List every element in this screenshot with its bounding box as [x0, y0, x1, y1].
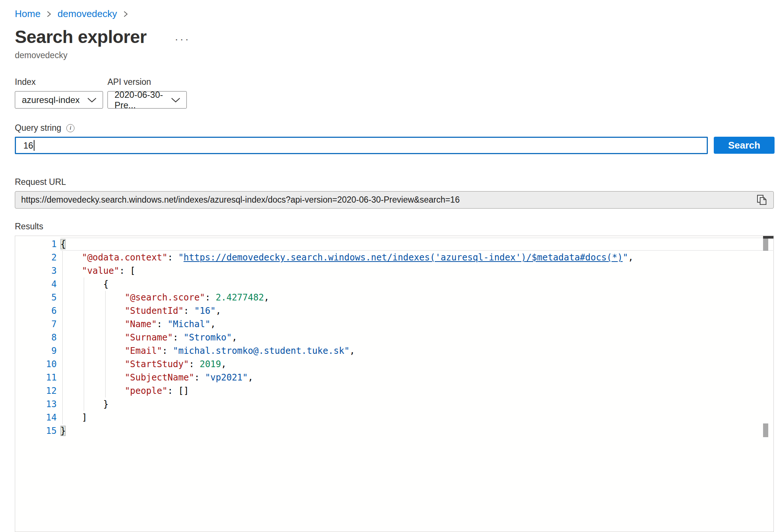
code-line: 12 "people": []	[15, 384, 773, 398]
results-json-editor[interactable]: 1{2 "@odata.context": "https://demovedec…	[15, 236, 774, 532]
code-line-content: "@odata.context": "https://demovedecky.s…	[60, 251, 633, 264]
json-token: }	[60, 426, 66, 436]
json-token: "vp2021"	[205, 372, 248, 383]
json-token: ,	[264, 292, 269, 303]
code-line-content: {	[60, 237, 66, 251]
json-token: }	[103, 399, 109, 409]
code-line: 11 "SubjectName": "vp2021",	[15, 371, 773, 384]
code-line-content: "@search.score": 2.4277482,	[60, 291, 269, 304]
json-token: :	[173, 332, 183, 343]
json-token: ,	[221, 359, 226, 369]
line-number: 8	[15, 331, 57, 344]
json-token: ,	[232, 332, 237, 343]
code-line: 1{	[15, 237, 773, 251]
json-token: ,	[628, 252, 633, 263]
api-version-label: API version	[107, 77, 151, 87]
api-version-dropdown-value: 2020-06-30-Pre...	[115, 90, 166, 110]
code-line-content: {	[60, 277, 109, 291]
line-number: 6	[15, 304, 57, 317]
code-line: 13 }	[15, 398, 773, 411]
breadcrumb-home-link[interactable]: Home	[15, 8, 40, 20]
json-token: :	[162, 346, 173, 356]
line-number: 2	[15, 251, 57, 264]
chevron-down-icon	[171, 95, 180, 105]
json-token: "Stromko"	[183, 332, 232, 343]
results-editor-lines: 1{2 "@odata.context": "https://demovedec…	[15, 237, 773, 438]
json-token: "value"	[82, 266, 119, 276]
json-token: "Name"	[125, 319, 157, 329]
code-line-content: "people": []	[60, 384, 189, 398]
json-token: :	[205, 292, 216, 303]
code-line: 6 "StudentId": "16",	[15, 304, 773, 317]
index-dropdown[interactable]: azuresql-index	[15, 91, 103, 109]
line-number: 3	[15, 264, 57, 277]
json-token: "	[178, 252, 183, 263]
line-number: 13	[15, 398, 57, 411]
search-button[interactable]: Search	[714, 137, 775, 154]
code-line: 5 "@search.score": 2.4277482,	[15, 291, 773, 304]
code-line: 8 "Surname": "Stromko",	[15, 331, 773, 344]
json-token: ,	[248, 372, 253, 383]
code-line: 10 "StartStudy": 2019,	[15, 358, 773, 371]
json-token: "Michal"	[168, 319, 211, 329]
json-token: : []	[168, 386, 189, 396]
index-dropdown-value: azuresql-index	[22, 95, 80, 105]
code-line-content: "SubjectName": "vp2021",	[60, 371, 253, 384]
index-label: Index	[15, 77, 36, 87]
line-number: 1	[15, 237, 57, 251]
json-url-link[interactable]: https://demovedecky.search.windows.net/i…	[183, 252, 623, 263]
chevron-right-icon	[46, 10, 52, 18]
json-token: ,	[211, 319, 216, 329]
json-token: :	[189, 359, 200, 369]
json-token: "Surname"	[125, 332, 173, 343]
json-token: {	[103, 279, 109, 289]
json-token: ,	[349, 346, 355, 356]
line-number: 7	[15, 317, 57, 331]
code-line-content: "value": [	[60, 264, 135, 277]
json-token: "michal.stromko@.student.tuke.sk"	[173, 346, 349, 356]
text-caret	[34, 140, 34, 151]
more-options-ellipsis-icon[interactable]: ···	[175, 29, 190, 45]
json-token: "StudentId"	[125, 306, 183, 316]
page-title: Search explorer	[15, 27, 146, 47]
code-line-content: "Email": "michal.stromko@.student.tuke.s…	[60, 344, 355, 358]
copy-icon[interactable]	[756, 194, 768, 206]
json-token: ,	[216, 306, 221, 316]
code-line: 15}	[15, 424, 773, 438]
chevron-down-icon	[87, 95, 97, 105]
json-token: {	[60, 239, 66, 249]
editor-vertical-scrollbar-thumb[interactable]	[763, 239, 768, 251]
code-line: 9 "Email": "michal.stromko@.student.tuke…	[15, 344, 773, 358]
json-token: 2019	[200, 359, 221, 369]
request-url-value[interactable]	[21, 195, 756, 205]
search-explorer-page: Home demovedecky Search explorer ··· dem…	[0, 0, 779, 532]
line-number: 14	[15, 411, 57, 424]
editor-scrollbar-decoration[interactable]	[763, 423, 768, 437]
request-url-box	[15, 191, 774, 209]
json-token: : [	[119, 266, 135, 276]
info-icon[interactable]: i	[66, 124, 74, 132]
line-number: 11	[15, 371, 57, 384]
json-token: "people"	[125, 386, 168, 396]
line-number: 9	[15, 344, 57, 358]
code-line-content: "StudentId": "16",	[60, 304, 221, 317]
json-token: ]	[82, 412, 87, 423]
json-token: :	[194, 372, 205, 383]
json-token: :	[157, 319, 168, 329]
api-version-dropdown[interactable]: 2020-06-30-Pre...	[107, 91, 187, 109]
code-line-content: }	[60, 424, 66, 438]
code-line: 4 {	[15, 277, 773, 291]
code-line-content: "Name": "Michal",	[60, 317, 216, 331]
json-token: :	[183, 306, 194, 316]
json-token: "@search.score"	[125, 292, 205, 303]
code-line-content: "Surname": "Stromko",	[60, 331, 237, 344]
query-string-input[interactable]	[15, 137, 708, 154]
code-line: 2 "@odata.context": "https://demovedecky…	[15, 251, 773, 264]
chevron-right-icon	[123, 10, 128, 18]
code-line-content: }	[60, 398, 109, 411]
line-number: 5	[15, 291, 57, 304]
code-line: 7 "Name": "Michal",	[15, 317, 773, 331]
json-token: "@odata.context"	[82, 252, 168, 263]
breadcrumb-demovedecky-link[interactable]: demovedecky	[57, 8, 117, 20]
json-token: "SubjectName"	[125, 372, 194, 383]
